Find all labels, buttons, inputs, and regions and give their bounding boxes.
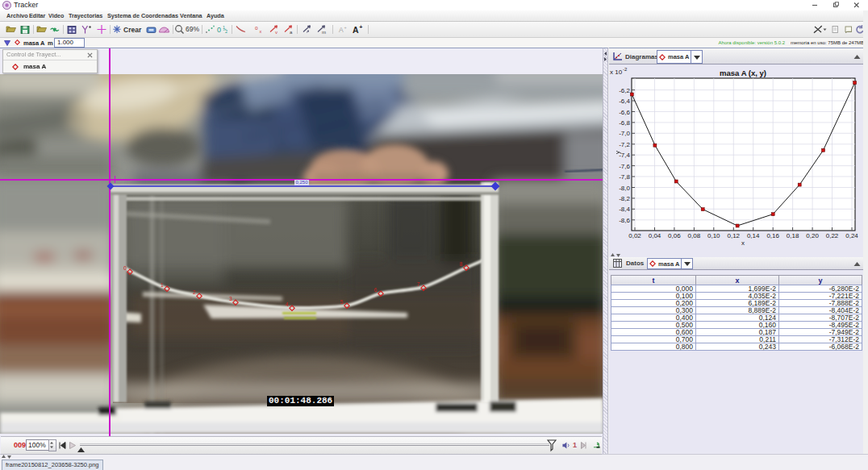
- svg-text:-7,0: -7,0: [619, 130, 630, 137]
- svg-text:o: o: [255, 25, 258, 31]
- svg-text:6: 6: [374, 287, 378, 293]
- svg-text:+: +: [360, 24, 363, 30]
- svg-text:0,12: 0,12: [728, 232, 741, 239]
- svg-text:a: a: [290, 30, 293, 35]
- svg-text:-8,4: -8,4: [619, 206, 630, 213]
- svg-text:x 10: x 10: [610, 69, 623, 76]
- svg-text:Crear: Crear: [123, 26, 142, 34]
- svg-text:4: 4: [286, 302, 289, 307]
- svg-text:69%: 69%: [186, 25, 199, 33]
- svg-text:3: 3: [229, 296, 232, 302]
- svg-text:0,16: 0,16: [766, 232, 779, 239]
- svg-text:-6,4: -6,4: [619, 98, 630, 105]
- svg-text:-2: -2: [623, 67, 628, 72]
- svg-text:0,06: 0,06: [668, 232, 681, 239]
- svg-text:0,08: 0,08: [688, 232, 701, 239]
- svg-text:5: 5: [340, 299, 344, 305]
- svg-text:0: 0: [123, 265, 127, 271]
- svg-text:x: x: [741, 239, 745, 246]
- svg-text:A: A: [353, 25, 359, 35]
- svg-text:0,24: 0,24: [845, 232, 858, 239]
- svg-text:0,22: 0,22: [826, 232, 839, 239]
- svg-text:8: 8: [460, 261, 463, 267]
- svg-text:0,10: 0,10: [707, 232, 720, 239]
- svg-text:-8,2: -8,2: [619, 195, 630, 202]
- svg-text:v: v: [275, 30, 278, 35]
- svg-text:-6,6: -6,6: [619, 109, 630, 116]
- svg-text:0,02: 0,02: [628, 232, 641, 239]
- svg-text:m: m: [322, 30, 326, 35]
- svg-text:-6,2: -6,2: [619, 87, 630, 94]
- svg-text:A: A: [339, 26, 344, 34]
- svg-text:-8,6: -8,6: [619, 217, 630, 224]
- svg-text:-8,0: -8,0: [619, 185, 630, 192]
- svg-text:+: +: [344, 25, 347, 30]
- svg-text:1: 1: [161, 282, 164, 288]
- svg-text:2: 2: [193, 289, 196, 295]
- svg-text:0,20: 0,20: [806, 232, 819, 239]
- svg-text:y: y: [614, 151, 621, 154]
- svg-text:-7,2: -7,2: [619, 141, 630, 148]
- svg-text:-7,8: -7,8: [619, 173, 630, 181]
- svg-text:-6,8: -6,8: [619, 119, 630, 127]
- svg-text:0,18: 0,18: [787, 232, 799, 239]
- svg-text:2: 2: [225, 29, 227, 34]
- svg-text:-7,6: -7,6: [619, 163, 630, 170]
- svg-text:x: x: [260, 29, 262, 34]
- svg-text:0: 0: [217, 26, 221, 34]
- svg-text:0,14: 0,14: [747, 232, 760, 239]
- svg-text:7: 7: [417, 281, 420, 287]
- svg-text:masa A (x, y): masa A (x, y): [720, 69, 766, 77]
- svg-text:0,04: 0,04: [649, 232, 661, 239]
